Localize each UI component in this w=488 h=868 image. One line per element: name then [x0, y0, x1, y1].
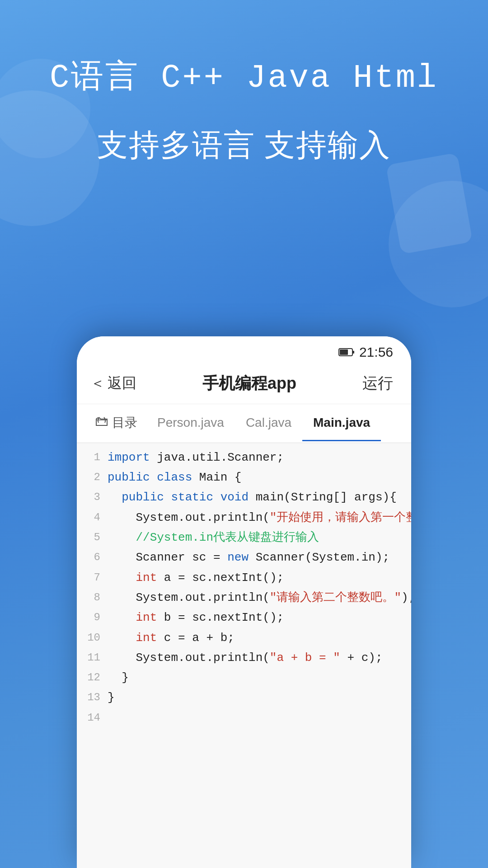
directory-button[interactable]: 目录	[86, 404, 146, 443]
tab-main-java[interactable]: Main.java	[302, 406, 381, 441]
phone-container: 21:56 ＜ 返回 手机编程app 运行	[77, 336, 411, 868]
code-line-14: 14	[77, 708, 411, 728]
code-line-10: 10 int c = a + b;	[77, 628, 411, 648]
app-title: 手机编程app	[202, 373, 296, 395]
status-bar: 21:56	[77, 336, 411, 363]
code-line-8: 8 System.out.println("请输入第二个整数吧。");	[77, 588, 411, 608]
tab-cal-java[interactable]: Cal.java	[235, 406, 302, 441]
code-line-12: 12 }	[77, 668, 411, 688]
svg-rect-2	[352, 351, 354, 354]
subtitle: 支持多语言 支持输入	[36, 125, 452, 165]
status-time: 21:56	[359, 344, 393, 360]
editor-empty-space	[77, 728, 411, 863]
code-editor[interactable]: 1 import java.util.Scanner; 2 public cla…	[77, 443, 411, 868]
header-section: C语言 C++ Java Html 支持多语言 支持输入	[0, 0, 488, 192]
tab-person-java[interactable]: Person.java	[146, 406, 235, 441]
code-line-13: 13 }	[77, 688, 411, 708]
code-line-3: 3 public static void main(String[] args)…	[77, 487, 411, 507]
phone-mockup: 21:56 ＜ 返回 手机编程app 运行	[77, 336, 411, 868]
directory-icon	[95, 415, 108, 430]
code-line-1: 1 import java.util.Scanner;	[77, 448, 411, 467]
svg-rect-1	[340, 349, 348, 355]
code-line-9: 9 int b = sc.nextInt();	[77, 608, 411, 627]
code-line-6: 6 Scanner sc = new Scanner(System.in);	[77, 547, 411, 567]
app-header: ＜ 返回 手机编程app 运行	[77, 363, 411, 404]
battery-icon	[338, 348, 355, 357]
code-line-5: 5 //System.in代表从键盘进行输入	[77, 528, 411, 547]
back-label: 返回	[108, 373, 136, 393]
code-line-11: 11 System.out.println("a + b = " + c);	[77, 648, 411, 668]
content-wrapper: C语言 C++ Java Html 支持多语言 支持输入 21:56 ＜	[0, 0, 488, 868]
directory-label: 目录	[112, 414, 137, 431]
tab-bar: 目录 Person.java Cal.java Main.java	[77, 404, 411, 443]
code-line-7: 7 int a = sc.nextInt();	[77, 568, 411, 588]
back-icon: ＜	[90, 373, 105, 393]
code-line-4: 4 System.out.println("开始使用，请输入第一个整数吧。");	[77, 508, 411, 528]
code-line-2: 2 public class Main {	[77, 467, 411, 487]
run-button[interactable]: 运行	[362, 373, 393, 394]
language-title: C语言 C++ Java Html	[36, 54, 452, 98]
back-button[interactable]: ＜ 返回	[90, 373, 136, 393]
